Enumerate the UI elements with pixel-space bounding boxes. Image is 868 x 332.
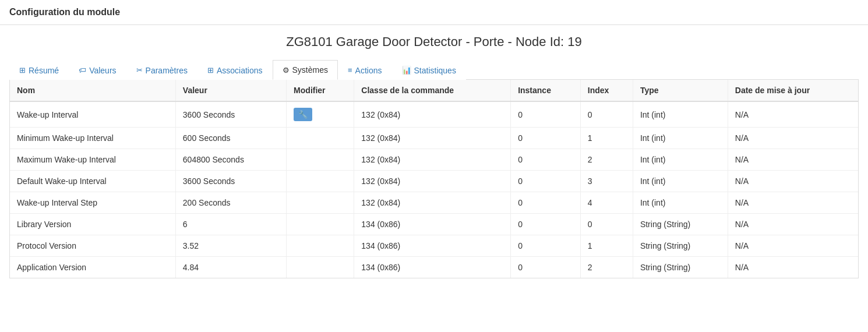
cell-instance: 0 [511,171,581,192]
resume-icon: ⊞ [19,66,26,75]
cell-nom: Minimum Wake-up Interval [10,128,175,149]
col-nom: Nom [10,80,175,101]
cell-type: Int (int) [633,149,728,171]
tab-systemes[interactable]: ⚙ Systèmes [273,60,338,80]
table-row: Application Version4.84134 (0x86)02Strin… [10,257,858,278]
cell-index: 2 [580,257,633,278]
assoc-icon: ⊞ [207,66,214,75]
cell-date: N/A [728,101,858,128]
cell-instance: 0 [511,192,581,214]
cell-index: 3 [580,171,633,192]
cell-valeur: 3600 Seconds [175,101,286,128]
tab-statistiques[interactable]: 📊 Statistiques [392,60,466,80]
cell-modifier [287,235,354,257]
chart-icon: 📊 [402,66,411,75]
cell-date: N/A [728,192,858,214]
cell-index: 1 [580,128,633,149]
edit-button[interactable]: 🔧 [294,108,312,121]
table-wrapper: Nom Valeur Modifier Classe de la command… [9,80,859,278]
cell-nom: Maximum Wake-up Interval [10,149,175,171]
col-instance: Instance [511,80,581,101]
table-container: Nom Valeur Modifier Classe de la command… [9,80,859,278]
cell-valeur: 600 Seconds [175,128,286,149]
cell-instance: 0 [511,149,581,171]
header-title: Configuration du module [9,7,120,17]
cell-date: N/A [728,257,858,278]
cell-type: String (String) [633,257,728,278]
cell-classe: 132 (0x84) [354,192,511,214]
cell-instance: 0 [511,128,581,149]
cell-index: 0 [580,101,633,128]
cell-nom: Default Wake-up Interval [10,171,175,192]
lines-icon: ≡ [348,66,352,75]
cell-classe: 132 (0x84) [354,149,511,171]
cell-date: N/A [728,235,858,257]
table-row: Protocol Version3.52134 (0x86)01String (… [10,235,858,257]
cell-nom: Protocol Version [10,235,175,257]
cell-valeur: 3.52 [175,235,286,257]
cell-valeur: 200 Seconds [175,192,286,214]
cell-valeur: 3600 Seconds [175,171,286,192]
cell-index: 0 [580,214,633,235]
cell-classe: 134 (0x86) [354,257,511,278]
cell-index: 1 [580,235,633,257]
cell-type: String (String) [633,235,728,257]
data-table: Nom Valeur Modifier Classe de la command… [10,80,858,278]
cell-modifier [287,192,354,214]
cell-modifier [287,171,354,192]
cell-nom: Wake-up Interval Step [10,192,175,214]
cell-nom: Library Version [10,214,175,235]
tab-associations[interactable]: ⊞ Associations [197,60,273,80]
cell-type: String (String) [633,214,728,235]
cell-classe: 134 (0x86) [354,214,511,235]
cell-instance: 0 [511,101,581,128]
module-title: ZG8101 Garage Door Detector - Porte - No… [9,34,859,50]
cell-index: 2 [580,149,633,171]
col-date: Date de mise à jour [728,80,858,101]
cell-instance: 0 [511,235,581,257]
cell-modifier [287,214,354,235]
table-row: Wake-up Interval3600 Seconds🔧132 (0x84)0… [10,101,858,128]
tab-parametres[interactable]: ✂ Paramètres [126,60,197,80]
cell-date: N/A [728,149,858,171]
col-valeur: Valeur [175,80,286,101]
tabs-nav: ⊞ Résumé 🏷 Valeurs ✂ Paramètres ⊞ Associ… [9,60,859,80]
tab-resume[interactable]: ⊞ Résumé [9,60,69,80]
cell-type: Int (int) [633,101,728,128]
cell-modifier [287,128,354,149]
cell-type: Int (int) [633,192,728,214]
cell-classe: 134 (0x86) [354,235,511,257]
cell-modifier: 🔧 [287,101,354,128]
cell-valeur: 6 [175,214,286,235]
cell-type: Int (int) [633,171,728,192]
table-row: Maximum Wake-up Interval604800 Seconds13… [10,149,858,171]
col-classe: Classe de la commande [354,80,511,101]
tab-actions[interactable]: ≡ Actions [338,60,392,80]
tag-icon: 🏷 [79,66,86,75]
tab-valeurs[interactable]: 🏷 Valeurs [69,60,126,80]
col-modifier: Modifier [287,80,354,101]
table-row: Default Wake-up Interval3600 Seconds132 … [10,171,858,192]
page-header: Configuration du module [0,0,868,25]
cell-nom: Application Version [10,257,175,278]
cell-nom: Wake-up Interval [10,101,175,128]
table-row: Library Version6134 (0x86)00String (Stri… [10,214,858,235]
col-index: Index [580,80,633,101]
cell-valeur: 4.84 [175,257,286,278]
cell-modifier [287,257,354,278]
cell-classe: 132 (0x84) [354,128,511,149]
cell-index: 4 [580,192,633,214]
cell-date: N/A [728,171,858,192]
table-row: Wake-up Interval Step200 Seconds132 (0x8… [10,192,858,214]
cell-type: Int (int) [633,128,728,149]
cell-valeur: 604800 Seconds [175,149,286,171]
cell-date: N/A [728,128,858,149]
cell-instance: 0 [511,257,581,278]
gear-icon: ⚙ [283,66,290,75]
cell-classe: 132 (0x84) [354,171,511,192]
cell-instance: 0 [511,214,581,235]
cell-modifier [287,149,354,171]
scissors-icon: ✂ [136,66,143,75]
table-row: Minimum Wake-up Interval600 Seconds132 (… [10,128,858,149]
table-header-row: Nom Valeur Modifier Classe de la command… [10,80,858,101]
